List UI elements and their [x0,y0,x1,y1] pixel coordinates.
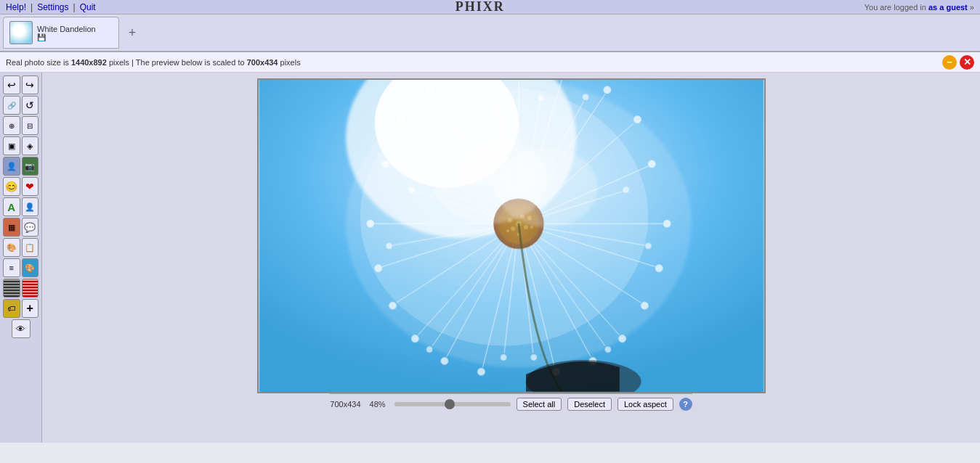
eye-button[interactable]: 👁 [12,319,31,338]
grid-button[interactable]: ▦ [3,218,20,237]
topbar: Help! | Settings | Quit PHIXR You are lo… [0,0,980,15]
infobar-actions: − ✕ [942,55,974,70]
svg-point-75 [511,226,515,231]
tool-row-sticker: 👤 📷 [3,157,39,176]
login-suffix: » [968,3,974,12]
add-tab-button[interactable]: + [122,22,142,43]
canvas-dimensions: 700x434 [330,400,360,409]
help-link[interactable]: Help! [6,2,26,12]
border2-button[interactable] [22,279,39,298]
silhouette-button[interactable]: 👤 [22,197,39,216]
svg-point-28 [655,265,663,272]
close-button[interactable]: ✕ [960,55,974,70]
bottom-strip [0,443,980,463]
label-button[interactable]: 🏷 [3,299,20,318]
tool-row-color: 🎨 📋 [3,238,39,257]
tool-row-adjust: ≡ 🎨 [3,258,39,277]
face-sticker-button[interactable]: 👤 [3,157,20,176]
svg-point-6 [648,160,655,168]
link-button[interactable]: 🔗 [3,96,20,115]
tabbar: White Dandelion 💾 + [0,15,980,52]
svg-point-8 [633,116,641,123]
svg-point-42 [411,335,418,343]
speech-button[interactable]: 💬 [22,218,39,237]
tool-row-label: 🏷 + [3,299,39,318]
topbar-nav: Help! | Settings | Quit [6,2,96,12]
app-logo: PHIXR [455,0,505,15]
select-all-button[interactable]: Select all [517,398,562,411]
zoom-level: 48% [370,400,386,409]
svg-point-38 [477,368,485,375]
quit-link[interactable]: Quit [80,2,96,12]
adjust-button[interactable]: ≡ [3,258,20,277]
photo-canvas [257,78,766,393]
svg-point-68 [530,354,536,360]
svg-point-70 [501,354,506,360]
camera-button[interactable]: 📷 [22,157,39,176]
svg-point-18 [426,86,434,94]
tool-row-zoom: ⊕ ⊟ [3,116,39,135]
redo-button[interactable]: ↪ [22,75,39,94]
settings-link[interactable]: Settings [37,2,68,12]
svg-point-20 [396,116,403,123]
svg-point-66 [426,347,432,353]
svg-point-62 [386,243,392,249]
tool-row-emoji: 😊 ❤ [3,177,39,196]
statusbar: 700x434 48% Select all Deselect Lock asp… [330,393,692,414]
undo-button[interactable]: ↩ [3,75,20,94]
zoom-out-button[interactable]: ⊟ [22,116,39,135]
photo-tab[interactable]: White Dandelion 💾 [3,17,119,49]
tool-row-frame: ▣ ◈ [3,136,39,155]
svg-point-24 [366,220,373,227]
frame2-button[interactable]: ◈ [22,136,39,155]
add-button[interactable]: + [22,299,39,318]
canvas-background [259,80,764,392]
minimize-button[interactable]: − [942,55,957,70]
copy-button[interactable]: 📋 [22,238,39,257]
tab-thumbnail [9,21,33,44]
text-button[interactable]: A [3,197,20,216]
svg-point-83 [497,148,598,227]
infobar: Real photo size is 1440x892 pixels | The… [0,52,980,73]
canvas-area: 700x434 48% Select all Deselect Lock asp… [42,73,980,443]
tool-row-grid: ▦ 💬 [3,218,39,237]
tool-row-undo: ↩ ↪ [3,75,39,94]
svg-point-81 [530,226,532,229]
svg-point-64 [604,347,610,353]
zoom-in-button[interactable]: ⊕ [3,116,20,135]
tool-row-link: 🔗 ↺ [3,96,39,115]
lock-aspect-button[interactable]: Lock aspect [617,398,673,411]
tool-row-text: A 👤 [3,197,39,216]
svg-point-26 [663,220,671,227]
svg-point-54 [408,187,414,193]
nav-sep: | [31,2,33,12]
tool-row-border [3,279,39,298]
svg-point-74 [523,225,527,229]
zoom-slider-wrapper [394,402,511,406]
svg-point-32 [618,335,625,343]
help-button[interactable]: ? [679,398,692,411]
svg-point-48 [623,187,628,193]
svg-point-58 [493,95,499,101]
svg-point-40 [440,357,448,364]
nav-sep2: | [73,2,76,12]
svg-point-79 [506,229,509,232]
preview-size: 700x434 [247,58,278,67]
frame1-button[interactable]: ▣ [3,136,20,155]
zoom-slider[interactable] [394,402,511,406]
border1-button[interactable] [3,279,20,298]
deselect-button[interactable]: Deselect [567,398,612,411]
svg-point-50 [583,94,588,100]
tool-row-eye: 👁 [3,319,39,338]
svg-point-10 [603,86,610,94]
color-button[interactable]: 🎨 [3,238,20,257]
svg-point-46 [374,265,381,272]
rotate-button[interactable]: ↺ [22,96,39,115]
svg-point-30 [641,302,648,309]
palette-button[interactable]: 🎨 [22,258,39,277]
heart-button[interactable]: ❤ [22,177,39,196]
svg-point-22 [381,160,389,168]
photo-size-info: Real photo size is 1440x892 pixels | The… [6,58,301,67]
tab-title: White Dandelion 💾 [37,25,96,41]
emoji-button[interactable]: 😊 [3,177,20,196]
